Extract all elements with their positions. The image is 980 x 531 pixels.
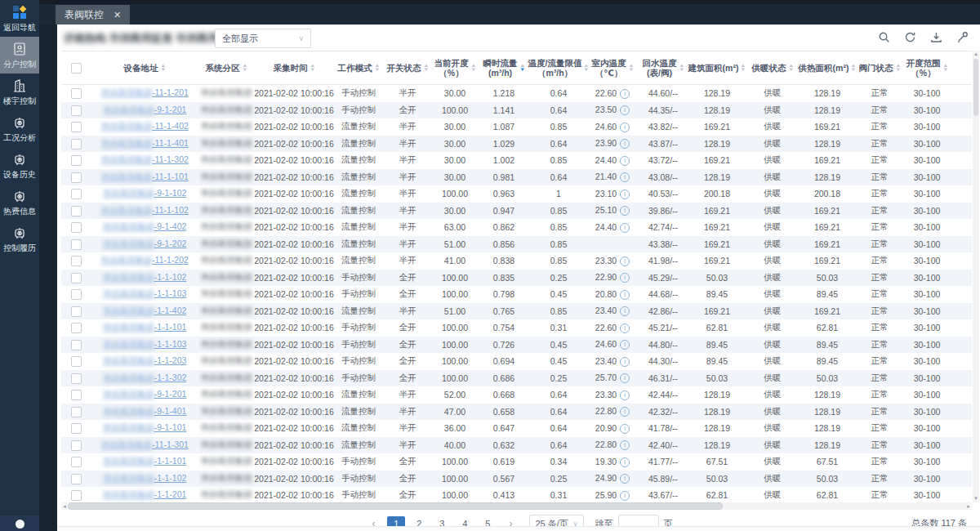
sidebar-item-building-control[interactable]: 楼宇控制 (0, 74, 39, 110)
row-checkbox[interactable] (71, 323, 82, 333)
device-address-link[interactable]: 市供商用集团-9-1-202 (103, 239, 187, 248)
vertical-scroll-thumb[interactable] (973, 59, 978, 116)
sidebar-item-household-control[interactable]: 分户控制 (0, 37, 39, 74)
horizontal-scrollbar[interactable]: ◂ ▸ (61, 502, 972, 510)
device-address-link[interactable]: 市供商用集团-1-1-201 (103, 489, 187, 499)
column-header-zone[interactable]: 系统分区▲▼ (198, 51, 254, 85)
info-icon[interactable]: i (620, 474, 630, 484)
row-checkbox[interactable] (71, 474, 82, 484)
device-address-link[interactable]: 市供商用集团-9-1-201 (103, 105, 187, 114)
device-address-link[interactable]: 市供商用集团-9-1-201 (103, 389, 187, 399)
device-address-link[interactable]: 市供商用集团-1-1-103 (103, 339, 187, 349)
row-checkbox[interactable] (71, 189, 82, 199)
row-checkbox[interactable] (71, 407, 82, 417)
select-all-checkbox[interactable] (71, 63, 82, 74)
row-checkbox[interactable] (71, 273, 82, 283)
info-icon[interactable]: i (620, 105, 630, 115)
info-icon[interactable]: i (620, 290, 630, 300)
info-icon[interactable]: i (620, 407, 630, 417)
row-checkbox[interactable] (71, 440, 82, 451)
column-header-switch[interactable]: 开关状态▲▼ (383, 51, 432, 85)
device-address-link[interactable]: 市供商用集团-1-1-101 (103, 456, 187, 466)
device-address-link[interactable]: 市供商用集团-1-1-103 (103, 288, 187, 298)
column-header-indoor[interactable]: 室内温度（℃）▲▼ (587, 51, 638, 85)
info-icon[interactable]: i (620, 139, 630, 149)
row-checkbox[interactable] (71, 122, 82, 132)
download-icon[interactable] (929, 30, 942, 43)
row-checkbox[interactable] (71, 373, 82, 384)
device-address-link[interactable]: 市供商用集团-1-1-102 (103, 473, 187, 483)
row-checkbox[interactable] (71, 306, 82, 317)
sort-caret-icon[interactable]: ▲▼ (161, 64, 166, 72)
info-icon[interactable]: i (620, 491, 630, 501)
device-address-link[interactable]: 市供商用集团-9-1-401 (103, 406, 187, 416)
column-header-mode[interactable]: 工作模式▲▼ (334, 51, 383, 85)
info-icon[interactable]: i (620, 123, 630, 132)
column-header-range[interactable]: 开度范围（%）▲▼ (904, 51, 950, 85)
column-header-barea[interactable]: 建筑面积(m²)▲▼ (688, 51, 746, 85)
scroll-up-icon[interactable]: ▲ (973, 51, 979, 58)
info-icon[interactable]: i (620, 172, 630, 182)
refresh-icon[interactable] (903, 30, 916, 43)
device-address-link[interactable]: 市供商用集团-11-1-302 (100, 154, 189, 164)
info-icon[interactable]: i (620, 223, 630, 233)
sidebar-item-heat-fee-info[interactable]: 热费信息 (0, 184, 39, 221)
column-header-flow[interactable]: 瞬时流量(m³/h)▲▼ (478, 51, 530, 85)
tab-valve-meter-control[interactable]: 表阀联控 ✕ (56, 5, 130, 25)
device-address-link[interactable]: 市供商用集团-11-1-301 (100, 440, 189, 449)
sort-caret-icon[interactable]: ▲▼ (243, 64, 247, 72)
sidebar-item-device-history[interactable]: 设备历史 (0, 147, 39, 184)
sidebar-item-return-nav[interactable]: 返回导航 (0, 0, 39, 37)
row-checkbox[interactable] (71, 289, 82, 300)
device-address-link[interactable]: 市供商用集团-11-1-101 (100, 172, 189, 181)
select-all-header[interactable] (61, 51, 91, 85)
scroll-left-icon[interactable]: ◂ (61, 503, 68, 510)
row-checkbox[interactable] (71, 340, 82, 350)
row-checkbox[interactable] (71, 256, 82, 266)
column-header-limit[interactable]: 温度/流量限值（m³/h）▲▼ (530, 51, 587, 85)
column-header-harea[interactable]: 供热面积(m²)▲▼ (800, 51, 855, 85)
info-icon[interactable]: i (620, 89, 630, 99)
sort-caret-icon[interactable]: ▲▼ (679, 64, 684, 72)
info-icon[interactable]: i (620, 457, 630, 467)
column-header-vstat[interactable]: 阀门状态▲▼ (855, 51, 904, 85)
scroll-down-icon[interactable]: ▼ (973, 495, 979, 502)
sort-caret-icon[interactable]: ▲▼ (520, 64, 525, 72)
horizontal-scroll-thumb[interactable] (68, 502, 723, 510)
column-header-addr[interactable]: 设备地址▲▼ (91, 51, 198, 85)
close-icon[interactable]: ✕ (114, 10, 121, 20)
row-checkbox[interactable] (71, 239, 82, 250)
sort-caret-icon[interactable]: ▲▼ (471, 64, 476, 72)
sidebar-item-control-log[interactable]: 控制履历 (0, 221, 39, 257)
row-checkbox[interactable] (71, 105, 82, 116)
sort-caret-icon[interactable]: ▲▼ (375, 64, 380, 72)
sort-caret-icon[interactable]: ▲▼ (789, 64, 794, 72)
row-checkbox[interactable] (71, 222, 82, 233)
info-icon[interactable]: i (620, 306, 630, 316)
device-address-link[interactable]: 市供商用集团-1-1-402 (103, 306, 187, 315)
info-icon[interactable]: i (620, 440, 630, 450)
row-checkbox[interactable] (71, 155, 82, 166)
sort-caret-icon[interactable]: ▲▼ (310, 64, 315, 72)
tools-icon[interactable] (956, 30, 969, 43)
info-icon[interactable]: i (620, 424, 630, 434)
device-address-link[interactable]: 市供商用集团-11-1-401 (100, 138, 189, 148)
sort-caret-icon[interactable]: ▲▼ (851, 64, 856, 72)
scroll-right-icon[interactable]: ▸ (965, 503, 972, 510)
column-header-rtn[interactable]: 回水温度(表/阀)▲▼ (638, 51, 688, 85)
info-icon[interactable]: i (620, 257, 630, 266)
sort-caret-icon[interactable]: ▲▼ (943, 64, 948, 72)
sort-caret-icon[interactable]: ▲▼ (424, 64, 429, 72)
row-checkbox[interactable] (71, 423, 82, 434)
row-checkbox[interactable] (71, 356, 82, 367)
sort-caret-icon[interactable]: ▲▼ (584, 64, 589, 72)
vertical-scrollbar[interactable]: ▲ ▼ (973, 51, 979, 502)
sort-caret-icon[interactable]: ▲▼ (629, 64, 634, 72)
info-icon[interactable]: i (620, 190, 630, 199)
device-address-link[interactable]: 市供商用集团-1-1-302 (103, 373, 187, 382)
row-checkbox[interactable] (71, 139, 82, 149)
sort-caret-icon[interactable]: ▲▼ (741, 64, 746, 72)
row-checkbox[interactable] (71, 206, 82, 216)
filter-dropdown[interactable]: 全部显示 ∨ (215, 29, 311, 48)
info-icon[interactable]: i (620, 324, 630, 333)
